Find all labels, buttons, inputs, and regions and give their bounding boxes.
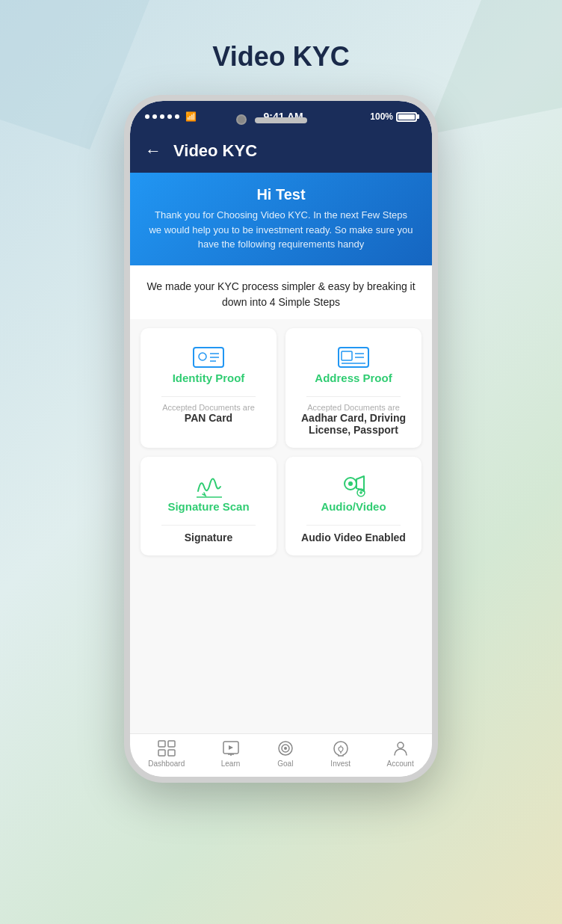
- audio-video-icon: [336, 470, 371, 500]
- svg-rect-6: [342, 351, 352, 360]
- battery-percentage: 100%: [370, 111, 393, 122]
- svg-rect-18: [158, 750, 165, 756]
- svg-point-12: [348, 481, 353, 486]
- nav-item-dashboard[interactable]: Dashboard: [148, 740, 185, 768]
- invest-label: Invest: [330, 760, 351, 768]
- address-doc: Aadhar Card, Driving License, Passport: [294, 412, 413, 436]
- address-label: Address Proof: [315, 372, 392, 384]
- phone-btn-power: [436, 235, 438, 295]
- phone-speaker: [255, 117, 307, 123]
- steps-grid: Identity Proof Accepted Documents are PA…: [130, 319, 432, 564]
- svg-rect-16: [158, 741, 165, 747]
- status-bar: 📶 9:41 AM 100%: [130, 101, 432, 132]
- step-card-identity[interactable]: Identity Proof Accepted Documents are PA…: [140, 328, 277, 448]
- goal-icon: [277, 740, 294, 757]
- phone-camera: [236, 114, 247, 125]
- address-divider: [306, 396, 401, 397]
- svg-point-29: [398, 742, 404, 748]
- signal-dot-3: [160, 114, 164, 119]
- address-accepted: Accepted Documents are: [307, 403, 400, 412]
- back-button[interactable]: ←: [145, 141, 161, 161]
- svg-rect-19: [168, 750, 175, 756]
- battery-bar: [396, 112, 417, 122]
- app-header: ← Video KYC: [130, 132, 432, 173]
- step-card-video[interactable]: Audio/Video Audio Video Enabled: [285, 457, 422, 555]
- account-icon: [392, 740, 410, 757]
- signal-dot-2: [152, 114, 157, 119]
- signal-dot-4: [167, 114, 172, 119]
- svg-point-26: [284, 747, 287, 750]
- video-label: Audio/Video: [321, 500, 386, 513]
- step-card-address[interactable]: Address Proof Accepted Documents are Aad…: [285, 328, 422, 448]
- phone-screen: 📶 9:41 AM 100% ← Video KYC Hi Test Thank…: [130, 101, 432, 777]
- greeting-text: Thank you for Choosing Video KYC. In the…: [148, 208, 414, 252]
- identity-doc: PAN Card: [185, 412, 232, 424]
- step-card-signature[interactable]: Signature Scan Signature: [140, 457, 277, 555]
- phone-frame: 📶 9:41 AM 100% ← Video KYC Hi Test Thank…: [124, 95, 438, 783]
- signature-label: Signature Scan: [167, 500, 249, 513]
- nav-item-invest[interactable]: Invest: [330, 740, 351, 768]
- scroll-content[interactable]: We made your KYC process simpler & easy …: [130, 265, 432, 734]
- identity-label: Identity Proof: [173, 372, 245, 384]
- signal-dot-1: [145, 114, 149, 119]
- identity-divider: [161, 396, 256, 397]
- bottom-nav: Dashboard Learn Goal: [130, 733, 432, 777]
- account-label: Account: [387, 760, 414, 768]
- dashboard-icon: [158, 740, 176, 757]
- invest-icon: [332, 740, 350, 757]
- video-divider: [306, 525, 401, 526]
- phone-btn-vol-up: [124, 228, 126, 273]
- page-title: Video KYC: [212, 41, 349, 73]
- learn-icon: [222, 740, 240, 757]
- kyc-subtitle: We made your KYC process simpler & easy …: [130, 265, 432, 319]
- signature-doc: Signature: [185, 532, 233, 543]
- battery-fill: [398, 114, 415, 120]
- greeting-banner: Hi Test Thank you for Choosing Video KYC…: [130, 173, 432, 265]
- phone-btn-silent: [124, 191, 126, 217]
- identity-accepted: Accepted Documents are: [162, 403, 255, 412]
- identity-proof-icon: [191, 342, 226, 372]
- video-doc: Audio Video Enabled: [301, 532, 406, 543]
- battery-area: 100%: [370, 111, 417, 122]
- greeting-name: Hi Test: [148, 186, 414, 203]
- phone-btn-vol-down: [124, 284, 126, 329]
- wifi-icon: 📶: [185, 111, 197, 122]
- signal-area: 📶: [145, 111, 197, 122]
- svg-point-1: [199, 353, 206, 360]
- nav-item-learn[interactable]: Learn: [221, 740, 241, 768]
- svg-rect-17: [168, 741, 175, 747]
- signature-scan-icon: [191, 470, 226, 500]
- svg-marker-23: [229, 745, 233, 750]
- learn-label: Learn: [221, 760, 241, 768]
- signal-dot-5: [175, 114, 179, 119]
- nav-item-goal[interactable]: Goal: [277, 740, 294, 768]
- goal-label: Goal: [277, 760, 293, 768]
- header-title: Video KYC: [173, 141, 257, 161]
- bg-decoration-right: [427, 0, 562, 135]
- dashboard-label: Dashboard: [148, 760, 185, 768]
- signature-divider: [161, 525, 256, 526]
- address-proof-icon: [336, 342, 371, 372]
- nav-item-account[interactable]: Account: [387, 740, 414, 768]
